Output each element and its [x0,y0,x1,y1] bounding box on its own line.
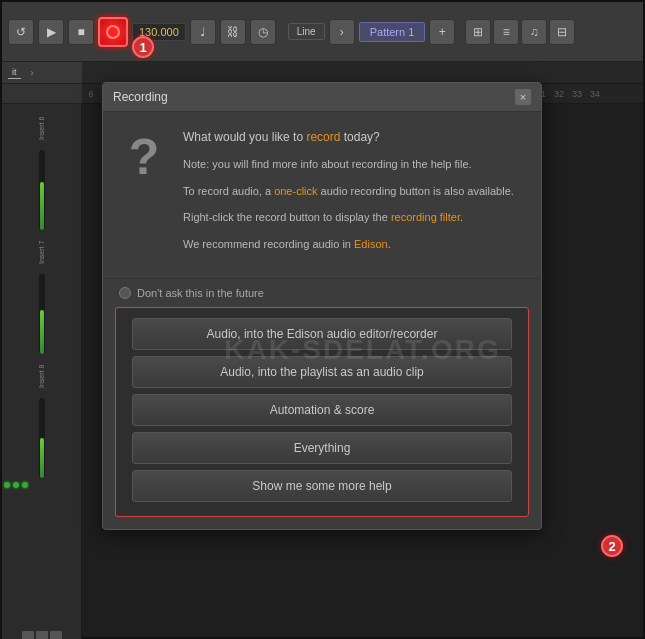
btn-audio-edison[interactable]: Audio, into the Edison audio editor/reco… [132,318,512,350]
one-click-link: one-click [274,185,317,197]
list-view-btn[interactable]: ≡ [493,19,519,45]
dialog-titlebar: Recording × [103,83,541,112]
record-icon [106,25,120,39]
main-area: Insert 6 Insert 7 Insert 8 [2,104,643,639]
question-pre: What would you like to [183,130,306,144]
fader-fill [40,438,44,478]
dialog-note-line2: To record audio, a one-click audio recor… [183,183,525,200]
pattern-add-btn[interactable]: + [429,19,455,45]
fader-fill [40,310,44,354]
mixer-view-btn[interactable]: ⊟ [549,19,575,45]
edison-link: Edison [354,238,388,250]
dialog-note-line1: Note: you will find more info about reco… [183,156,525,173]
led-2 [13,482,19,488]
channel-insert8-fader[interactable] [39,398,45,478]
note-line4-post: . [388,238,391,250]
note-line2-post: audio recording button is also available… [318,185,514,197]
badge-1: 1 [132,36,154,58]
line-dropdown[interactable]: Line [288,23,325,40]
dialog-note-line3: Right-click the record button to display… [183,209,525,226]
dialog-overlay: KAK-SDELAT.ORG Recording × ? What would … [82,62,643,637]
mini-btn-2[interactable] [36,631,48,639]
dialog-title: Recording [113,90,168,104]
recording-dialog: Recording × ? What would you like to rec… [102,82,542,530]
dialog-close-button[interactable]: × [515,89,531,105]
settings-btn[interactable]: ◷ [250,19,276,45]
channel-insert8-label: Insert 8 [38,356,45,396]
stop-btn[interactable]: ■ [68,19,94,45]
dialog-icon-area: ? [119,128,169,262]
view-btn-group: ⊞ ≡ ♫ ⊟ [465,19,575,45]
channel-insert6-fader[interactable] [39,150,45,230]
channel-insert6-label: Insert 6 [38,108,45,148]
note-line2-pre: To record audio, a [183,185,274,197]
radio-inner [122,290,128,296]
btn-everything[interactable]: Everything [132,432,512,464]
piano-view-btn[interactable]: ♫ [521,19,547,45]
channel-insert6: Insert 6 [4,108,79,230]
btn-audio-playlist[interactable]: Audio, into the playlist as an audio cli… [132,356,512,388]
link-btn[interactable]: ⛓ [220,19,246,45]
dialog-text-area: What would you like to record today? Not… [183,128,525,262]
btn-automation-score[interactable]: Automation & score [132,394,512,426]
arrow-btn[interactable]: › [329,19,355,45]
toolbar: ↺ ▶ ■ 130.000 ♩ ⛓ ◷ Line › Pattern 1 + ⊞… [2,2,643,62]
checkbox-row: Don't ask this in the future [103,278,541,307]
dont-ask-radio[interactable] [119,287,131,299]
sidebar-mixer: Insert 6 Insert 7 Insert 8 [2,104,82,639]
channel-insert7-fader[interactable] [39,274,45,354]
led-3 [22,482,28,488]
app-container: ↺ ▶ ■ 130.000 ♩ ⛓ ◷ Line › Pattern 1 + ⊞… [0,0,645,639]
recording-filter-link: recording filter [391,211,460,223]
play-btn[interactable]: ▶ [38,19,64,45]
pattern-area: Line › Pattern 1 + [288,19,456,45]
badge-2: 2 [601,535,623,557]
note-line3-post: . [460,211,463,223]
mini-btn-3[interactable] [50,631,62,639]
undo-btn[interactable]: ↺ [8,19,34,45]
led-row [4,482,79,488]
tab-it[interactable]: it [8,66,21,79]
action-buttons-container: Audio, into the Edison audio editor/reco… [115,307,529,517]
tab-arrow[interactable]: › [27,67,38,79]
note-line4-pre: We recommend recording audio in [183,238,354,250]
led-1 [4,482,10,488]
dialog-question-text: What would you like to record today? [183,128,525,146]
channel-insert7: Insert 7 [4,232,79,354]
fader-fill [40,182,44,230]
note-line3-pre: Right-click the record button to display… [183,211,391,223]
dialog-note-line4: We recommend recording audio in Edison. [183,236,525,253]
dont-ask-label: Don't ask this in the future [137,287,264,299]
channel-insert8: Insert 8 [4,356,79,478]
grid-view-btn[interactable]: ⊞ [465,19,491,45]
pattern-display[interactable]: Pattern 1 [359,22,426,42]
question-post: today? [340,130,379,144]
channel-insert7-label: Insert 7 [38,232,45,272]
record-word: record [306,130,340,144]
record-button[interactable] [98,17,128,47]
mini-btn-1[interactable] [22,631,34,639]
metronome-btn[interactable]: ♩ [190,19,216,45]
btn-help[interactable]: Show me some more help [132,470,512,502]
dialog-content: ? What would you like to record today? N… [103,112,541,278]
question-mark-icon: ? [129,132,160,182]
